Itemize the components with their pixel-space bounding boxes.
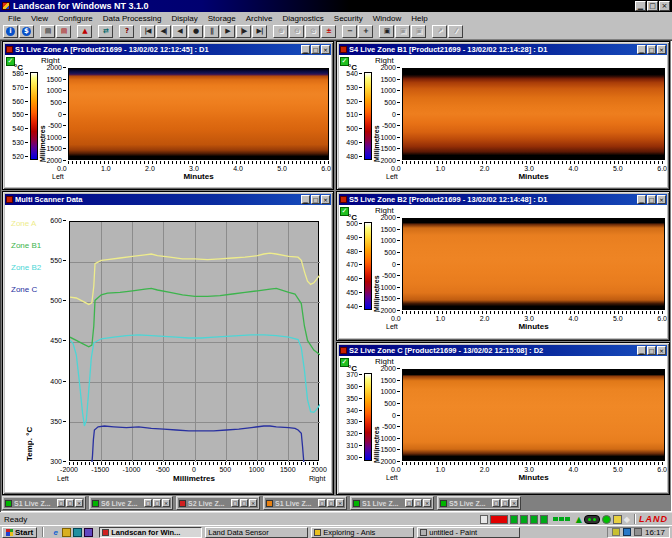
restore-button[interactable]: □ <box>492 499 500 507</box>
currency-button[interactable]: $ <box>19 25 34 38</box>
task-landscan-for-win-[interactable]: Landscan for Win... <box>99 527 202 538</box>
app-titlebar[interactable]: Landscan for Windows NT 3.1.0 ▁ □ × <box>0 0 672 12</box>
network-tray-icon[interactable] <box>623 528 631 536</box>
play-back-button[interactable]: ◀ <box>172 25 187 38</box>
record-button[interactable]: ● <box>188 25 203 38</box>
goto-end-button[interactable]: ▶| <box>252 25 267 38</box>
desktop-icon[interactable] <box>73 528 82 537</box>
menu-security[interactable]: Security <box>329 14 368 23</box>
scanner-s5-titlebar[interactable]: S5 Live Zone B2 [Product21699 - 13/02/02… <box>339 194 667 205</box>
restore-button[interactable]: □ <box>57 499 65 507</box>
scanner-window-s4: S4 Live Zone B1 [Product21699 - 13/02/02… <box>336 41 670 190</box>
task-exploring-anis[interactable]: Exploring - Anis <box>311 527 414 538</box>
step-forward-button[interactable]: |▶ <box>236 25 251 38</box>
close-button[interactable]: × <box>659 1 670 11</box>
minimize-button[interactable]: ▁ <box>637 195 646 204</box>
scanner-s4-titlebar[interactable]: S4 Live Zone B1 [Product21699 - 13/02/02… <box>339 44 667 55</box>
close-button[interactable]: × <box>321 45 330 54</box>
menu-archive[interactable]: Archive <box>241 14 278 23</box>
thermal-image[interactable] <box>402 369 665 461</box>
restore-button[interactable]: □ <box>318 499 326 507</box>
minimized-window-s6-live-z-[interactable]: S6 Live Z...□□× <box>89 496 173 510</box>
scale-adjust-button[interactable]: ± <box>321 25 336 38</box>
save-button[interactable]: ▣ <box>379 25 394 38</box>
scanner-s2-titlebar[interactable]: S2 Live Zone C [Product21699 - 13/02/02 … <box>339 345 667 356</box>
close-button[interactable]: × <box>657 45 666 54</box>
print-report-button[interactable]: ▤ <box>56 25 71 38</box>
start-button[interactable]: Start <box>2 527 37 538</box>
restore-button[interactable]: □ <box>647 346 656 355</box>
minimize-button[interactable]: ▁ <box>637 346 646 355</box>
close-button[interactable]: × <box>249 499 257 507</box>
menu-storage[interactable]: Storage <box>203 14 241 23</box>
maximize-button[interactable]: □ <box>414 499 422 507</box>
menu-display[interactable]: Display <box>166 14 202 23</box>
minimize-button[interactable]: ▁ <box>301 45 310 54</box>
minimize-button[interactable]: ▁ <box>301 195 310 204</box>
restore-button[interactable]: □ <box>144 499 152 507</box>
transfer-button[interactable]: ⇄ <box>98 25 113 38</box>
increase-button[interactable]: + <box>358 25 373 38</box>
minimized-window-s1-live-z-[interactable]: S1 Live Z...□□× <box>263 496 347 510</box>
thermal-image[interactable] <box>68 68 329 160</box>
play-button[interactable]: ▶ <box>220 25 235 38</box>
menu-view[interactable]: View <box>26 14 53 23</box>
menu-file[interactable]: File <box>3 14 26 23</box>
internet-explorer-icon[interactable]: e <box>51 528 60 537</box>
maximize-button[interactable]: □ <box>327 499 335 507</box>
minimized-window-s1-live-z-[interactable]: S1 Live Z...□□× <box>350 496 434 510</box>
thermal-image[interactable] <box>402 68 665 160</box>
menu-configure[interactable]: Configure <box>53 14 98 23</box>
pause-button[interactable]: || <box>204 25 219 38</box>
maximize-button[interactable]: □ <box>240 499 248 507</box>
minimize-button[interactable]: ▁ <box>637 45 646 54</box>
scheduler-tray-icon[interactable] <box>612 528 620 536</box>
help-button[interactable]: ? <box>119 25 134 38</box>
minimize-button[interactable]: ▁ <box>635 1 646 11</box>
volume-tray-icon[interactable] <box>634 528 642 536</box>
close-button[interactable]: × <box>423 499 431 507</box>
restore-button[interactable]: □ <box>231 499 239 507</box>
restore-button[interactable]: □ <box>405 499 413 507</box>
menu-help[interactable]: Help <box>406 14 432 23</box>
restore-button[interactable]: □ <box>311 195 320 204</box>
close-button[interactable]: × <box>321 195 330 204</box>
maximize-button[interactable]: □ <box>647 1 658 11</box>
minimized-window-s2-live-z-[interactable]: S2 Live Z...□□× <box>176 496 260 510</box>
minimized-window-s5-live-z-[interactable]: S5 Live Z...□□× <box>437 496 521 510</box>
minimized-window-s1-live-z-[interactable]: S1 Live Z...□□× <box>2 496 86 510</box>
tick-label: 500 <box>346 220 362 227</box>
channels-icon[interactable] <box>84 528 93 537</box>
close-button[interactable]: × <box>657 346 666 355</box>
print-button[interactable]: ▤ <box>40 25 55 38</box>
mail-icon[interactable] <box>62 528 71 537</box>
info-button[interactable]: i <box>3 25 18 38</box>
goto-start-button[interactable]: |◀ <box>140 25 155 38</box>
close-button[interactable]: × <box>162 499 170 507</box>
scanner-s1-titlebar[interactable]: S1 Live Zone A [Product21699 - 13/02/02 … <box>5 44 331 55</box>
menu-data-processing[interactable]: Data Processing <box>98 14 167 23</box>
tick-label: 550 <box>50 257 66 264</box>
menu-diagnostics[interactable]: Diagnostics <box>277 14 328 23</box>
decrease-button[interactable]: − <box>342 25 357 38</box>
chart-plot-area[interactable] <box>69 221 319 461</box>
maximize-button[interactable]: □ <box>501 499 509 507</box>
tick-label: 540 <box>346 70 362 77</box>
menu-window[interactable]: Window <box>368 14 406 23</box>
multi-chart[interactable] <box>70 222 320 462</box>
restore-button[interactable]: □ <box>647 45 656 54</box>
close-button[interactable]: × <box>510 499 518 507</box>
task-land-data-sensor[interactable]: Land Data Sensor <box>205 527 308 538</box>
maximize-button[interactable]: □ <box>66 499 74 507</box>
maximize-button[interactable]: □ <box>153 499 161 507</box>
multi-scanner-titlebar[interactable]: Multi Scanner Data ▁ □ × <box>5 194 331 205</box>
restore-button[interactable]: □ <box>311 45 320 54</box>
close-button[interactable]: × <box>657 195 666 204</box>
close-button[interactable]: × <box>336 499 344 507</box>
step-back-button[interactable]: ◀| <box>156 25 171 38</box>
task-untitled-paint[interactable]: untitled - Paint <box>417 527 520 538</box>
alarm-button[interactable]: ▲ <box>77 25 92 38</box>
close-button[interactable]: × <box>75 499 83 507</box>
restore-button[interactable]: □ <box>647 195 656 204</box>
thermal-image[interactable] <box>402 218 665 310</box>
